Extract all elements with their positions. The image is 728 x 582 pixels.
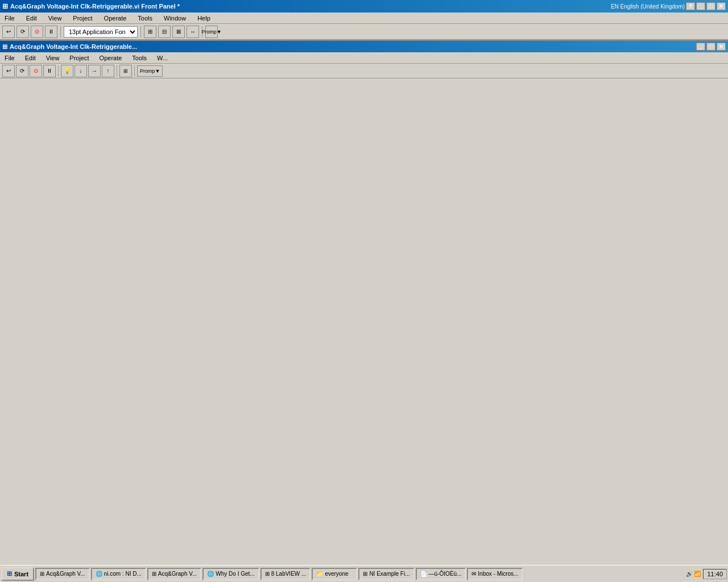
block-diagram-title-bar: ⊞ Acq&Graph Voltage-Int Clk-Retriggerabl… [0,41,728,52]
menu-view[interactable]: View [46,14,64,22]
bd-clean-up-btn[interactable]: ⊞ [119,65,132,77]
start-button[interactable]: ⊞ Start [1,567,34,581]
bd-highlight-btn[interactable]: 💡 [61,65,73,77]
bd-title-right: _ □ ✕ [696,43,726,51]
maximize-btn[interactable]: □ [706,2,715,10]
bd-min-btn[interactable]: _ [696,43,705,51]
menu-bar: File Edit View Project Operate Tools Win… [0,13,728,24]
bd-menu-window[interactable]: W... [155,54,170,62]
bd-run-cont-btn[interactable]: ⟳ [16,65,28,77]
run-continuously-btn[interactable]: ⟳ [16,26,29,38]
bd-menu-project[interactable]: Project [67,54,91,62]
taskbar-icon-3: 🌐 [207,571,214,577]
taskbar-item-0[interactable]: ⊞ Acq&Graph V... [35,568,90,580]
taskbar-item-4[interactable]: ⊞ 8 LabVIEW ... [260,568,311,580]
windows-icon: ⊞ [7,570,12,577]
bd-max-btn[interactable]: □ [706,43,715,51]
title-bar-right: EN English (United Kingdom) ? _ □ ✕ [611,2,726,10]
distribute-btn[interactable]: ⊟ [158,26,171,38]
bd-step-into-btn[interactable]: ↓ [75,65,87,77]
taskbar-icon-6: ⊞ [363,571,367,577]
taskbar-item-3[interactable]: 🌐 Why Do I Get... [202,568,259,580]
taskbar-icon-5: 📁 [316,571,323,577]
app-icon: ⊞ [2,2,8,10]
taskbar-icon-1: 🌐 [96,571,102,577]
taskbar-item-1[interactable]: 🌐 ni.com : NI D... [91,568,146,580]
taskbar-item-7[interactable]: 📄 —ú-ÔIOÈù... [416,568,466,580]
reorder-btn[interactable]: ↔ [187,26,199,38]
bd-menu-edit[interactable]: Edit [23,54,38,62]
align-btn[interactable]: ⊞ [144,26,156,38]
taskbar-icons-area: 🔊 📶 [686,571,701,577]
bd-menu-tools[interactable]: Tools [130,54,149,62]
bd-step-over-btn[interactable]: → [88,65,101,77]
taskbar-icon-4: ⊞ [265,571,270,577]
taskbar: ⊞ Start ⊞ Acq&Graph V... 🌐 ni.com : NI D… [0,565,728,582]
taskbar-icon-7: 📄 [420,571,427,577]
bd-sep1 [58,65,59,77]
taskbar-icon-2: ⊞ [152,571,156,577]
taskbar-item-8[interactable]: ✉ Inbox - Micros... [467,568,523,580]
bd-menu-operate[interactable]: Operate [97,54,125,62]
bd-menu-view[interactable]: View [44,54,62,62]
bd-sep2 [117,65,117,77]
menu-tools[interactable]: Tools [135,14,155,22]
system-clock: 11:40 [703,569,727,579]
bd-menu-file[interactable]: File [2,54,17,62]
toolbar-sep2 [140,26,141,38]
taskbar-icon-0: ⊞ [40,571,44,577]
bd-prompt-btn[interactable]: Promp▼ [137,65,163,77]
menu-project[interactable]: Project [71,14,94,22]
taskbar-icon-8: ✉ [471,571,476,577]
minimize-btn[interactable]: _ [696,2,705,10]
prompt-btn[interactable]: Promp▼ [205,26,218,38]
front-panel-title-bar: ⊞ Acq&Graph Voltage-Int Clk-Retriggerabl… [0,0,728,13]
taskbar-right: 🔊 📶 11:40 [686,569,727,579]
bd-sep3 [134,65,135,77]
bd-run-btn[interactable]: ↩ [2,65,15,77]
close-btn[interactable]: ✕ [717,2,726,10]
pause-btn[interactable]: ⏸ [45,26,57,38]
window-title: Acq&Graph Voltage-Int Clk-Retriggerable.… [10,3,180,10]
run-btn[interactable]: ↩ [2,26,15,38]
bd-step-out-btn[interactable]: ↑ [102,65,114,77]
toolbar: ↩ ⟳ ⊙ ⏸ 13pt Application Font ⊞ ⊟ ⊠ ↔ Pr… [0,24,728,40]
bd-menu-bar: File Edit View Project Operate Tools W..… [0,52,728,64]
bd-title-left: ⊞ Acq&Graph Voltage-Int Clk-Retriggerabl… [2,43,137,51]
title-bar-left: ⊞ Acq&Graph Voltage-Int Clk-Retriggerabl… [2,2,180,10]
menu-edit[interactable]: Edit [24,14,39,22]
menu-window[interactable]: Window [162,14,188,22]
taskbar-item-2[interactable]: ⊞ Acq&Graph V... [147,568,202,580]
system-lang: EN English (United Kingdom) [611,3,685,10]
menu-help[interactable]: Help [195,14,213,22]
abort-btn[interactable]: ⊙ [31,26,43,38]
block-diagram-section: ⊞ Acq&Graph Voltage-Int Clk-Retriggerabl… [0,41,728,351]
taskbar-item-6[interactable]: ⊞ NI Example Fi... [358,568,414,580]
font-selector[interactable]: 13pt Application Font [64,26,138,38]
menu-file[interactable]: File [2,14,17,22]
bd-window-title: Acq&Graph Voltage-Int Clk-Retriggerable.… [10,43,137,50]
menu-operate[interactable]: Operate [102,14,129,22]
resize-btn[interactable]: ⊠ [172,26,185,38]
bd-close-btn[interactable]: ✕ [717,43,726,51]
taskbar-item-5[interactable]: 📁 everyone [312,568,357,580]
bd-app-icon: ⊞ [2,43,7,51]
bd-pause-btn[interactable]: ⏸ [43,65,56,77]
bd-abort-btn[interactable]: ⊙ [30,65,42,77]
toolbar-sep1 [60,26,61,38]
help-btn[interactable]: ? [686,2,695,10]
bd-toolbar: ↩ ⟳ ⊙ ⏸ 💡 ↓ → ↑ ⊞ Promp▼ [0,64,728,78]
